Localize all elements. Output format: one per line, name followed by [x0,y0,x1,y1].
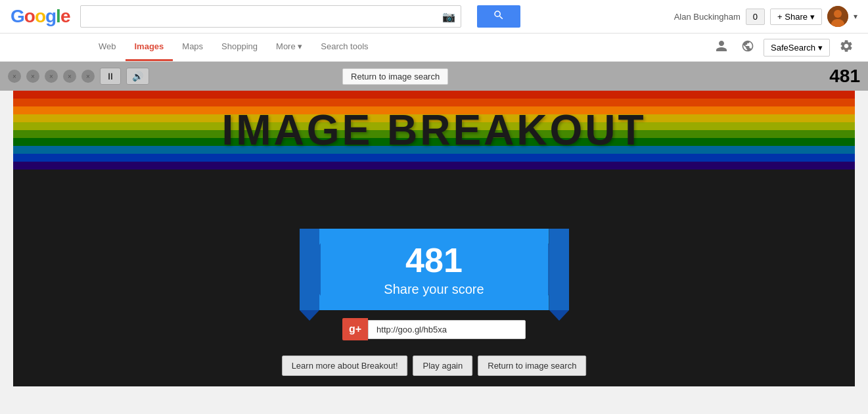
close-x-btn-3[interactable]: × [45,70,58,83]
google-logo: Google [11,6,70,27]
globe-icon-button[interactable] [737,35,758,60]
score-banner-wrapper: 481 Share your score g+ [300,229,569,340]
game-toolbar: × × × × × ⏸ 🔊 Return to image search 481 [0,62,868,91]
close-x-btn-1[interactable]: × [8,70,21,83]
share-button[interactable]: + Share ▾ [770,9,822,25]
ribbon-right [549,229,569,310]
share-url-input[interactable] [368,320,526,339]
share-label: + Share [777,12,808,22]
close-x-btn-4[interactable]: × [63,70,76,83]
gplus-icon: g+ [349,323,361,334]
ribbon-left-notch [300,310,319,321]
learn-more-button[interactable]: Learn more about Breakout! [282,356,408,376]
notification-button[interactable]: 0 [746,9,765,25]
camera-icon[interactable]: 📷 [442,11,455,23]
svg-point-1 [834,10,842,18]
score-number: 481 [359,242,510,279]
play-again-button[interactable]: Play again [413,356,473,376]
header: Google 📷 Alan Buckingham 0 + Share ▾ ▾ [0,0,868,34]
safe-search-button[interactable]: SafeSearch ▾ [764,39,830,57]
nav-web[interactable]: Web [89,34,126,61]
nav-shopping[interactable]: Shopping [212,34,267,61]
user-name: Alan Buckingham [674,12,741,22]
header-right: Alan Buckingham 0 + Share ▾ ▾ [674,6,857,27]
close-x-btn-5[interactable]: × [81,70,95,83]
nav-links: Web Images Maps Shopping More ▾ Search t… [89,34,378,61]
return-to-image-search-toolbar-button[interactable]: Return to image search [342,68,448,85]
nav-maps[interactable]: Maps [173,34,212,61]
nav-more[interactable]: More ▾ [267,34,311,61]
person-icon-button[interactable] [711,35,732,60]
avatar[interactable] [827,6,848,27]
nav-search-tools[interactable]: Search tools [311,34,377,61]
safe-search-dropdown-icon: ▾ [818,43,823,53]
rainbow-banner: IMAGE BREAKOUT [13,91,855,170]
sound-button[interactable]: 🔊 [126,68,149,85]
search-box: 📷 [80,5,461,28]
gplus-button[interactable]: g+ [342,318,368,340]
score-banner: 481 Share your score [319,229,549,310]
ribbon-right-notch [549,310,569,321]
share-score-text: Share your score [359,282,510,297]
share-dropdown-icon: ▾ [810,12,815,22]
game-title: IMAGE BREAKOUT [13,91,855,170]
nav-images[interactable]: Images [126,34,173,61]
account-dropdown-icon[interactable]: ▾ [854,12,857,21]
search-input[interactable] [86,6,442,27]
nav-bar: Web Images Maps Shopping More ▾ Search t… [0,34,868,62]
settings-gear-button[interactable] [835,35,857,60]
search-button[interactable] [477,5,520,28]
gplus-share-row: g+ [342,318,526,340]
nav-right: SafeSearch ▾ [711,35,857,60]
ribbon-left [300,229,319,310]
return-to-image-search-bottom-button[interactable]: Return to image search [478,356,586,376]
close-x-btn-2[interactable]: × [26,70,39,83]
pause-button[interactable]: ⏸ [100,68,121,85]
game-canvas: IMAGE BREAKOUT 481 Share your score g+ [13,91,855,386]
bottom-buttons: Learn more about Breakout! Play again Re… [282,356,587,376]
game-score-display: 481 [829,66,860,87]
safe-search-label: SafeSearch [771,43,815,53]
